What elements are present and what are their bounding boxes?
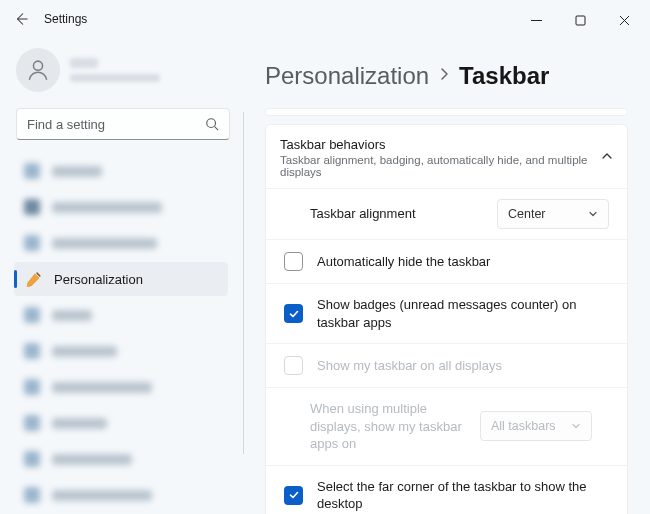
search-input[interactable]: Find a setting — [16, 108, 230, 140]
chevron-right-icon — [439, 67, 449, 85]
sidebar-item[interactable] — [14, 442, 228, 476]
svg-point-1 — [33, 61, 42, 70]
breadcrumb-current: Taskbar — [459, 62, 549, 90]
alignment-label: Taskbar alignment — [310, 205, 497, 223]
taskbar-alignment-row: Taskbar alignment Center — [266, 188, 627, 239]
nav-list: Personalization — [14, 154, 232, 514]
far-corner-checkbox[interactable] — [284, 486, 303, 505]
person-icon — [25, 57, 51, 83]
autohide-label: Automatically hide the taskbar — [317, 253, 609, 271]
sidebar-item[interactable] — [14, 406, 228, 440]
chevron-up-icon — [601, 150, 613, 165]
sidebar-item[interactable] — [14, 190, 228, 224]
all-displays-label: Show my taskbar on all displays — [317, 357, 609, 375]
sidebar-item[interactable] — [14, 298, 228, 332]
chevron-down-icon — [588, 209, 598, 219]
sidebar: Find a setting Personalization — [0, 38, 242, 514]
far-corner-row[interactable]: Select the far corner of the taskbar to … — [266, 465, 627, 514]
multi-displays-row: When using multiple displays, show my ta… — [266, 387, 627, 465]
all-displays-checkbox — [284, 356, 303, 375]
account-name — [70, 58, 160, 82]
account-header[interactable] — [14, 44, 232, 106]
brush-icon — [24, 270, 42, 288]
multi-displays-select: All taskbars — [480, 411, 592, 441]
svg-rect-0 — [576, 16, 585, 25]
alignment-select[interactable]: Center — [497, 199, 609, 229]
taskbar-behaviors-card: Taskbar behaviors Taskbar alignment, bad… — [265, 124, 628, 514]
breadcrumb: Personalization Taskbar — [265, 48, 628, 108]
maximize-button[interactable] — [558, 6, 602, 34]
card-subtitle: Taskbar alignment, badging, automaticall… — [280, 154, 601, 178]
breadcrumb-parent[interactable]: Personalization — [265, 62, 429, 90]
sidebar-item-personalization[interactable]: Personalization — [14, 262, 228, 296]
collapsed-section[interactable] — [265, 108, 628, 116]
sidebar-item[interactable] — [14, 370, 228, 404]
autohide-row[interactable]: Automatically hide the taskbar — [266, 239, 627, 283]
multi-displays-label: When using multiple displays, show my ta… — [310, 400, 480, 453]
autohide-checkbox[interactable] — [284, 252, 303, 271]
sidebar-item[interactable] — [14, 226, 228, 260]
all-displays-row: Show my taskbar on all displays — [266, 343, 627, 387]
search-icon — [205, 117, 219, 131]
close-button[interactable] — [602, 6, 646, 34]
search-placeholder: Find a setting — [27, 117, 105, 132]
badges-row[interactable]: Show badges (unread messages counter) on… — [266, 283, 627, 343]
sidebar-item-label: Personalization — [54, 272, 143, 287]
back-button[interactable] — [12, 10, 30, 28]
titlebar: Settings — [0, 0, 650, 38]
sidebar-item[interactable] — [14, 334, 228, 368]
avatar — [16, 48, 60, 92]
window-title: Settings — [44, 12, 87, 26]
svg-point-2 — [207, 119, 216, 128]
minimize-button[interactable] — [514, 6, 558, 34]
card-header[interactable]: Taskbar behaviors Taskbar alignment, bad… — [266, 125, 627, 188]
chevron-down-icon — [571, 421, 581, 431]
badges-checkbox[interactable] — [284, 304, 303, 323]
card-title: Taskbar behaviors — [280, 137, 601, 152]
far-corner-label: Select the far corner of the taskbar to … — [317, 478, 609, 513]
sidebar-item[interactable] — [14, 154, 228, 188]
content-pane: Personalization Taskbar Taskbar behavior… — [242, 38, 650, 514]
badges-label: Show badges (unread messages counter) on… — [317, 296, 609, 331]
sidebar-item[interactable] — [14, 478, 228, 512]
